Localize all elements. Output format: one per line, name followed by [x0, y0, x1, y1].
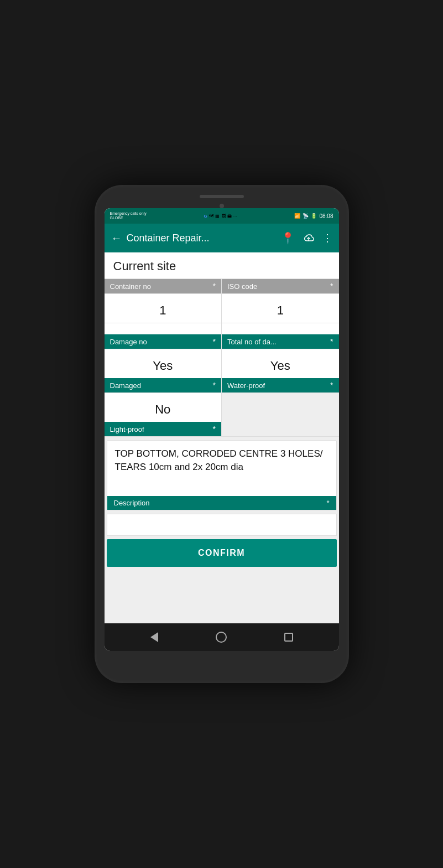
signal-icon: 📡: [303, 213, 309, 219]
description-label: Description *: [107, 496, 336, 510]
waterproof-label: Water-proof *: [222, 378, 339, 392]
form-section: Container no * ISO code * 1: [105, 279, 339, 437]
back-triangle-icon: [150, 632, 158, 642]
container-no-cell[interactable]: 1: [105, 294, 222, 323]
iso-code-label: ISO code *: [222, 279, 339, 293]
confirm-button[interactable]: CONFIRM: [107, 539, 337, 567]
back-button[interactable]: ←: [111, 232, 122, 245]
damaged-label: Damaged *: [105, 378, 222, 392]
damage-no-cell[interactable]: Damage no *: [105, 323, 222, 349]
container-no-label: Container no *: [105, 279, 222, 293]
wifi-icon: 📶: [294, 213, 300, 219]
damaged-cell[interactable]: Yes Damaged *: [105, 349, 222, 392]
bottom-nav-bar: [105, 623, 339, 651]
google-icon: G: [204, 214, 207, 219]
home-circle-icon: [216, 632, 227, 643]
recent-square-icon: [284, 633, 293, 642]
damage-no-label: Damage no *: [105, 334, 222, 349]
app-icon-3: 🏔: [227, 214, 232, 219]
lightproof-value: No: [105, 393, 222, 422]
damage-label-row: Damage no * Total no of da... *: [105, 323, 339, 349]
cloud-sync-icon[interactable]: [303, 233, 315, 243]
site-title: Current site: [113, 259, 330, 273]
description-value: TOP BOTTOM, CORRODED CENTRE 3 HOLES/ TEA…: [107, 441, 336, 496]
status-bar: Emergency calls only GLOBE G 🗺 ▦ 🖼 🏔 ···…: [105, 208, 339, 224]
time-display: 08:08: [319, 213, 333, 219]
lightproof-row: No Light-proof *: [105, 393, 339, 437]
empty-cell: [222, 393, 339, 436]
iso-code-value: 1: [222, 294, 339, 323]
damaged-value: Yes: [105, 349, 222, 378]
back-nav-button[interactable]: [146, 629, 163, 645]
app-icon-2: 🖼: [221, 214, 226, 219]
header-row-1: Container no * ISO code *: [105, 279, 339, 294]
site-header: Current site: [105, 252, 339, 278]
damage-no-value: [105, 323, 222, 334]
total-damage-label: Total no of da... *: [222, 334, 339, 349]
overflow-menu-button[interactable]: ⋮: [322, 232, 332, 244]
recent-nav-button[interactable]: [280, 629, 297, 645]
app-icon-1: ▦: [215, 214, 220, 219]
phone-screen: Emergency calls only GLOBE G 🗺 ▦ 🖼 🏔 ···…: [105, 208, 339, 651]
total-damage-cell[interactable]: Total no of da... *: [222, 323, 339, 349]
app-bar: ← Container Repair... 📍 ⋮: [105, 224, 339, 252]
description-section[interactable]: TOP BOTTOM, CORRODED CENTRE 3 HOLES/ TEA…: [107, 440, 337, 510]
phone-device: Emergency calls only GLOBE G 🗺 ▦ 🖼 🏔 ···…: [95, 185, 349, 683]
status-app-icons: G 🗺 ▦ 🖼 🏔 ···: [204, 214, 237, 219]
extra-input-field[interactable]: [107, 514, 337, 536]
phone-speaker: [200, 195, 244, 198]
content-area: Current site Container no * ISO code: [105, 252, 339, 623]
phone-camera: [220, 204, 224, 208]
values-row-1: 1 1: [105, 294, 339, 323]
total-damage-value: [222, 323, 339, 334]
status-right: 📶 📡 🔋 08:08: [294, 213, 333, 219]
iso-code-header-cell: ISO code *: [222, 279, 339, 293]
more-apps-icon: ···: [233, 214, 237, 219]
lightproof-cell[interactable]: No Light-proof *: [105, 393, 222, 436]
waterproof-value: Yes: [222, 349, 339, 378]
app-bar-left: ← Container Repair...: [111, 232, 210, 245]
app-title: Container Repair...: [127, 232, 210, 244]
location-pin-icon[interactable]: 📍: [281, 231, 295, 245]
maps-icon: 🗺: [209, 214, 213, 219]
battery-icon: 🔋: [311, 213, 317, 219]
app-bar-right: 📍 ⋮: [281, 231, 332, 245]
lightproof-label: Light-proof *: [105, 422, 222, 436]
home-nav-button[interactable]: [213, 629, 230, 645]
container-no-value: 1: [105, 294, 222, 323]
container-no-header-cell: Container no *: [105, 279, 222, 293]
status-carrier: Emergency calls only GLOBE: [110, 211, 147, 221]
iso-code-cell[interactable]: 1: [222, 294, 339, 323]
damaged-waterproof-row: Yes Damaged * Yes Water-proof *: [105, 349, 339, 393]
waterproof-cell[interactable]: Yes Water-proof *: [222, 349, 339, 392]
